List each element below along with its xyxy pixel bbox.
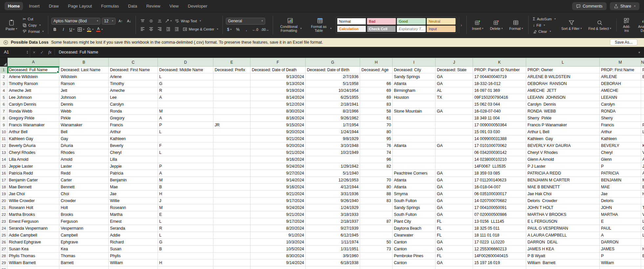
font-name-select[interactable]: Aptos Narrow (Bod▾	[51, 18, 100, 25]
cell-B23[interactable]: Ferguson	[59, 218, 109, 225]
cell-L29[interactable]: William Barnett	[526, 259, 600, 266]
row-header-24[interactable]: 24	[0, 225, 8, 232]
cell-J27[interactable]: GA	[436, 246, 473, 253]
cell-N13[interactable]: V	[641, 149, 644, 156]
cell-M20[interactable]: Deloris	[600, 197, 641, 204]
cell-A19[interactable]: Jae Choi	[8, 191, 59, 197]
cell-B27[interactable]: Kea	[59, 246, 109, 253]
share-button[interactable]: Share ▾	[610, 2, 639, 10]
cell-J26[interactable]: GA	[436, 239, 473, 246]
cell-H2[interactable]	[360, 73, 393, 80]
cell-H20[interactable]: 83	[360, 197, 393, 204]
cell-K20[interactable]: 14 020700070682	[473, 197, 526, 204]
cell-H3[interactable]: 66	[360, 80, 393, 87]
cell-J11[interactable]	[436, 135, 473, 142]
cell-K23[interactable]: 13 0156 LL1145	[473, 218, 526, 225]
cell-K5[interactable]: 09F150200790416	[473, 94, 526, 101]
cell-L3[interactable]: DEBORAH RANSON	[526, 80, 600, 87]
cell-H26[interactable]: 50	[360, 239, 393, 246]
cell-L24[interactable]: PAUL G VESPERMAN	[526, 225, 600, 232]
cell-E28[interactable]	[213, 253, 250, 259]
cell-A5[interactable]: Lee Johnson	[8, 94, 59, 101]
cell-A2[interactable]: Arlene Wildstein	[8, 73, 59, 80]
cell-E11[interactable]	[213, 135, 250, 142]
cell-A1[interactable]: Deceased: Full Name	[8, 67, 59, 73]
cell-M19[interactable]: Jae	[600, 191, 641, 197]
decrease-font-size-button[interactable]: A↓	[125, 18, 133, 24]
cell-A10[interactable]: Arthur Bell	[8, 129, 59, 135]
cell-K12[interactable]: 17 010100070062	[473, 142, 526, 149]
ribbon-tab-draw[interactable]: Draw	[46, 2, 62, 10]
cell-D1[interactable]: Deceased: Middle Name	[158, 67, 213, 73]
cell-B30[interactable]	[59, 266, 109, 269]
cell-H15[interactable]: 82	[360, 163, 393, 170]
cell-F16[interactable]: 9/27/2024	[250, 170, 306, 177]
row-header-28[interactable]: 28	[0, 253, 8, 259]
cell-F26[interactable]: 10/3/2024	[250, 239, 306, 246]
cell-G7[interactable]: 8/2/1966	[306, 108, 360, 115]
cell-I21[interactable]: Sandy Springs	[393, 204, 436, 211]
cell-F10[interactable]: 9/20/2024	[250, 129, 306, 135]
cell-D24[interactable]: R	[158, 225, 213, 232]
cell-C13[interactable]: Cheryl	[109, 149, 158, 156]
comma-style-button[interactable]: ,	[243, 26, 250, 33]
cell-H23[interactable]: 87	[360, 218, 393, 225]
cell-K2[interactable]: 17 004400040719	[473, 73, 526, 80]
cell-H18[interactable]: 80	[360, 184, 393, 191]
cell-B29[interactable]: Barnett	[59, 259, 109, 266]
cell-C20[interactable]: Willie	[109, 197, 158, 204]
cell-L9[interactable]: Francis P Wanamaker	[526, 122, 600, 129]
cell-M27[interactable]: JAMES	[600, 246, 641, 253]
cell-M22[interactable]: MARTHA	[600, 211, 641, 218]
cell-K13[interactable]: 06 034200030142	[473, 149, 526, 156]
cell-H19[interactable]: 88	[360, 191, 393, 197]
cell-G30[interactable]	[306, 266, 360, 269]
cell-L1[interactable]: PROP: Owner	[526, 67, 600, 73]
cell-L22[interactable]: MARTHA V BROOKS	[526, 211, 600, 218]
cell-E27[interactable]	[213, 246, 250, 253]
cell-C14[interactable]: Lilla	[109, 156, 158, 163]
cell-N22[interactable]: V	[641, 211, 644, 218]
cell-A24[interactable]: Seranda Vespermann	[8, 225, 59, 232]
cell-K10[interactable]: 15 091 03 030	[473, 129, 526, 135]
cell-J12[interactable]: GA	[436, 142, 473, 149]
cell-I8[interactable]	[393, 115, 436, 122]
cell-D10[interactable]: L	[158, 129, 213, 135]
cell-I14[interactable]	[393, 156, 436, 163]
cell-L27[interactable]: JAMES H KEA	[526, 246, 600, 253]
cell-D14[interactable]	[158, 156, 213, 163]
cell-J18[interactable]: GA	[436, 184, 473, 191]
cell-M30[interactable]	[600, 266, 641, 269]
cell-C2[interactable]: Arlene	[109, 73, 158, 80]
cell-N18[interactable]: B	[641, 184, 644, 191]
align-left-button[interactable]	[139, 26, 146, 32]
name-box-stepper[interactable]: ▴▾	[27, 50, 28, 54]
cell-I12[interactable]: Atlanta	[393, 142, 436, 149]
cell-I1[interactable]: Deceased: City	[393, 67, 436, 73]
cell-C7[interactable]: Ronda	[109, 108, 158, 115]
cell-K21[interactable]: 17 004100050091	[473, 204, 526, 211]
format-as-table-button[interactable]: Format as Table▾	[306, 17, 334, 33]
cell-B20[interactable]: Crowder	[59, 197, 109, 204]
analyze-data-button[interactable]: Analyze Data	[636, 17, 644, 33]
row-header-11[interactable]: 11	[0, 135, 8, 142]
cell-D18[interactable]: B	[158, 184, 213, 191]
cell-B15[interactable]: Laster	[59, 163, 109, 170]
copy-button[interactable]: Copy▾	[21, 22, 45, 28]
cell-H1[interactable]: Deceased: Age	[360, 67, 393, 73]
ribbon-tab-page-layout[interactable]: Page Layout	[65, 2, 95, 10]
cell-L10[interactable]: Arthur L Bell	[526, 129, 600, 135]
cell-M1[interactable]: PROP: First Name	[600, 67, 641, 73]
cell-N25[interactable]: L	[641, 232, 644, 239]
cell-I15[interactable]	[393, 163, 436, 170]
column-header-I[interactable]: I	[393, 58, 436, 67]
cell-C17[interactable]: Benjamin	[109, 177, 158, 184]
row-header-3[interactable]: 3	[0, 80, 8, 87]
cell-D11[interactable]	[158, 135, 213, 142]
ribbon-tab-home[interactable]: Home	[5, 2, 23, 10]
cell-K17[interactable]: 17 011200140623	[473, 177, 526, 184]
cell-B9[interactable]: Wanamaker	[59, 122, 109, 129]
delete-cells-button[interactable]: Delete▾	[488, 19, 505, 31]
row-header-13[interactable]: 13	[0, 149, 8, 156]
fill-color-button[interactable]: ▾	[86, 26, 94, 33]
